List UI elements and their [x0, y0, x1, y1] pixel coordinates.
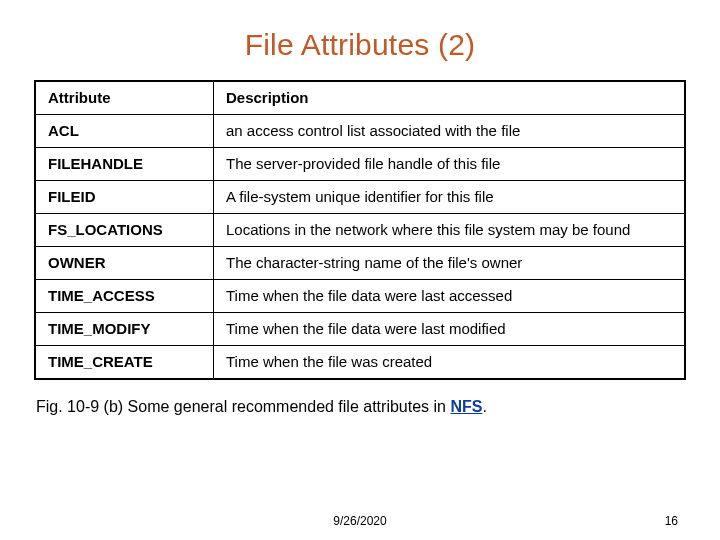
cell-attr: TIME_MODIFY [35, 313, 214, 346]
caption-prefix: Fig. 10-9 (b) Some general recommended f… [36, 398, 450, 415]
cell-attr: TIME_ACCESS [35, 280, 214, 313]
footer-page-number: 16 [665, 514, 678, 528]
table-header-row: Attribute Description [35, 81, 685, 115]
cell-attr: FILEID [35, 181, 214, 214]
col-header-description: Description [214, 81, 686, 115]
table-row: ACL an access control list associated wi… [35, 115, 685, 148]
table-row: OWNER The character-string name of the f… [35, 247, 685, 280]
cell-attr: FILEHANDLE [35, 148, 214, 181]
cell-desc: A file-system unique identifier for this… [214, 181, 686, 214]
figure-caption: Fig. 10-9 (b) Some general recommended f… [36, 398, 684, 416]
cell-attr: FS_LOCATIONS [35, 214, 214, 247]
table-row: TIME_CREATE Time when the file was creat… [35, 346, 685, 380]
cell-desc: The server-provided file handle of this … [214, 148, 686, 181]
caption-suffix: . [482, 398, 486, 415]
cell-desc: Time when the file was created [214, 346, 686, 380]
cell-desc: Time when the file data were last access… [214, 280, 686, 313]
table-row: TIME_ACCESS Time when the file data were… [35, 280, 685, 313]
table-row: FILEID A file-system unique identifier f… [35, 181, 685, 214]
cell-desc: an access control list associated with t… [214, 115, 686, 148]
footer-date: 9/26/2020 [0, 514, 720, 528]
cell-desc: Time when the file data were last modifi… [214, 313, 686, 346]
page-title: File Attributes (2) [0, 0, 720, 80]
cell-attr: ACL [35, 115, 214, 148]
attributes-table: Attribute Description ACL an access cont… [34, 80, 686, 380]
slide: File Attributes (2) Attribute Descriptio… [0, 0, 720, 540]
cell-desc: Locations in the network where this file… [214, 214, 686, 247]
cell-desc: The character-string name of the file's … [214, 247, 686, 280]
table-row: FILEHANDLE The server-provided file hand… [35, 148, 685, 181]
table-row: FS_LOCATIONS Locations in the network wh… [35, 214, 685, 247]
attributes-table-wrap: Attribute Description ACL an access cont… [34, 80, 686, 380]
caption-link-nfs[interactable]: NFS [450, 398, 482, 415]
col-header-attribute: Attribute [35, 81, 214, 115]
cell-attr: TIME_CREATE [35, 346, 214, 380]
table-row: TIME_MODIFY Time when the file data were… [35, 313, 685, 346]
cell-attr: OWNER [35, 247, 214, 280]
